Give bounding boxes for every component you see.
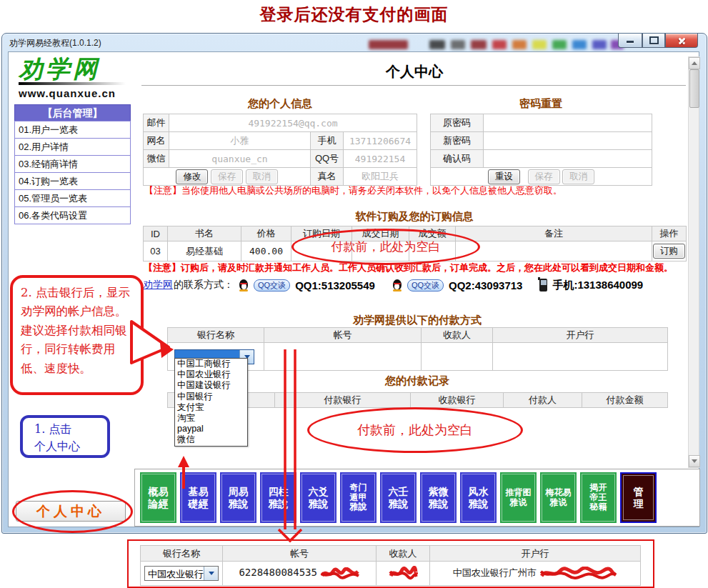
password-reset-table: 原密码 新密码 确认码 重设 保存 取消: [430, 114, 652, 186]
bank-detail-column-header: 开户行: [430, 546, 641, 562]
book-tile-label: 六爻: [309, 486, 329, 497]
book-tile-label: 推背图: [506, 488, 532, 498]
security-notice: 【注意】当你使用他人电脑或公共场所的电脑时，请务必关闭本软件，以免个人信息被他人…: [144, 184, 686, 197]
old-password-input[interactable]: [484, 114, 652, 132]
vertical-scrollbar[interactable]: [688, 56, 699, 468]
bank-detail-column-header: 收款人: [377, 546, 430, 562]
qq2-number: QQ2:43093713: [449, 279, 522, 291]
bank-dropdown-option[interactable]: 微信: [175, 434, 247, 445]
bank-dropdown-option[interactable]: 淘宝: [175, 413, 247, 424]
payment-methods-heading: 劝学网提供以下的付款方式: [167, 314, 667, 327]
redaction-scribble: [320, 567, 360, 580]
nickname-field[interactable]: 小雅: [169, 132, 311, 150]
maximize-button[interactable]: [642, 34, 665, 48]
mobile-field[interactable]: 13711206674: [344, 132, 417, 150]
bank-detail-select-arrow-button[interactable]: [204, 567, 218, 580]
contact-text: 的联系方式：: [174, 279, 234, 291]
realname-field[interactable]: 欧阳卫兵: [344, 168, 417, 186]
bank-detail-select-value: 中国农业银行: [145, 567, 204, 580]
sidebar-item[interactable]: 02.用户详情: [14, 138, 131, 156]
old-password-label: 原密码: [431, 114, 484, 132]
book-tile[interactable]: 六壬雅說: [380, 472, 417, 523]
sidebar: 【后台管理】 01.用户一览表02.用户详情03.经销商详情04.订购一览表05…: [14, 104, 131, 224]
confirm-password-input[interactable]: [484, 150, 652, 168]
book-tile-label: 六壬: [389, 486, 409, 497]
bank-dropdown-option[interactable]: paypal: [175, 424, 247, 434]
mobile-label: 手机: [311, 132, 344, 150]
cancel-button[interactable]: 取消: [246, 169, 278, 184]
qq-chat-badge[interactable]: QQ交谈: [254, 279, 290, 291]
save-button[interactable]: 保存: [211, 169, 243, 184]
scroll-up-button[interactable]: [689, 57, 700, 69]
book-tile[interactable]: 基易礎經: [180, 472, 216, 523]
password-cancel-button[interactable]: 取消: [562, 169, 594, 184]
sidebar-item[interactable]: 03.经销商详情: [14, 155, 131, 173]
payment-records-column-header: 收款银行: [411, 393, 504, 408]
book-tile[interactable]: 紫微雅說: [420, 472, 457, 523]
email-field[interactable]: 491922154@qq.com: [169, 114, 417, 132]
bank-detail-table: 银行名称帐号收款人开户行 中国农业银行 6228480084535 中国农业银行…: [140, 545, 641, 586]
window-titlebar[interactable]: 劝学网易经教程(1.0.1.2): [2, 34, 707, 51]
book-tile[interactable]: 推背图雅说: [500, 472, 537, 523]
minimize-icon: [627, 41, 634, 43]
payment-records-column-header: 付款银行: [275, 393, 411, 408]
bank-dropdown-option[interactable]: 中国银行: [175, 392, 247, 402]
book-tile-label: 梅花易: [546, 488, 572, 498]
new-password-input[interactable]: [484, 132, 652, 150]
callout-step2: 2. 点击银行后，显示劝学网的帐户信息。建议选择付款相同银行，同行转帐费用低、速…: [10, 275, 144, 395]
branch-cell: [493, 343, 668, 371]
password-save-button[interactable]: 保存: [528, 169, 560, 184]
book-tile[interactable]: 梅花易雅说: [540, 472, 577, 523]
book-tile-label: 帝王: [590, 493, 607, 503]
modify-button[interactable]: 修改: [176, 169, 208, 184]
qq-chat-badge[interactable]: QQ交谈: [407, 279, 444, 291]
book-tile-label: 紫微: [429, 486, 449, 497]
sidebar-item[interactable]: 01.用户一览表: [14, 121, 131, 139]
window-title: 劝学网易经教程(1.0.1.2): [9, 37, 101, 49]
orders-column-header: ID: [144, 226, 168, 241]
book-tile[interactable]: 风水雅說: [460, 472, 497, 523]
qq-field[interactable]: 491922154: [344, 150, 417, 168]
bank-detail-select[interactable]: 中国农业银行: [144, 566, 219, 581]
callout-step1: 1. 点击 个人中心: [20, 415, 110, 458]
book-tile-label: 雅說: [229, 498, 249, 509]
wechat-field[interactable]: quanxue_cn: [169, 150, 311, 168]
qq1-number: QQ1:513205549: [295, 279, 375, 291]
book-tile[interactable]: 奇门遁甲雅說: [340, 472, 377, 523]
redaction-scribble: [539, 567, 617, 581]
order-button[interactable]: 订购: [653, 244, 685, 259]
scroll-down-button[interactable]: [689, 455, 700, 467]
sidebar-item[interactable]: 06.各类代码设置: [14, 206, 131, 224]
close-button[interactable]: [665, 34, 698, 48]
sidebar-item[interactable]: 05.管理员一览表: [14, 189, 131, 207]
personal-info-table: 邮件 491922154@qq.com 网名 小雅 手机 13711206674…: [143, 114, 417, 186]
personal-info-heading: 您的个人信息: [143, 97, 417, 111]
site-link[interactable]: 劝学网: [143, 279, 173, 291]
bank-dropdown-option[interactable]: 中国农业银行: [175, 369, 247, 380]
bank-payee-cell: [377, 562, 430, 586]
titlebar-glass-blob: [532, 40, 547, 49]
bank-detail-header-row: 银行名称帐号收款人开户行: [141, 546, 641, 562]
bank-dropdown-list: 中国工商银行中国农业银行中国建设银行中国银行支付宝淘宝paypal微信: [174, 358, 248, 447]
reset-button[interactable]: 重设: [488, 169, 520, 184]
bank-dropdown-option[interactable]: 中国建设银行: [175, 380, 247, 391]
book-tile[interactable]: 周易雅說: [220, 472, 256, 523]
payment-methods-column-header: 银行名称: [168, 328, 264, 343]
book-tile[interactable]: 概易論經: [140, 472, 176, 523]
account-cell: [264, 343, 422, 371]
titlebar-glass-blob: [512, 40, 527, 49]
book-tile[interactable]: 管理: [620, 472, 657, 523]
bank-detail-column-header: 银行名称: [141, 546, 223, 562]
book-tile[interactable]: 六爻雅說: [300, 472, 336, 523]
payment-methods-column-header: 帐号: [264, 328, 422, 343]
minimize-button[interactable]: [618, 34, 642, 48]
book-tile-label: 雅說: [350, 502, 367, 512]
book-tile[interactable]: 四柱雅說: [260, 472, 296, 523]
sidebar-item[interactable]: 04.订购一览表: [14, 172, 131, 190]
bank-dropdown-option[interactable]: 中国工商银行: [175, 359, 247, 369]
orders-heading: 软件订购及您的订购信息: [143, 210, 686, 224]
new-password-label: 新密码: [431, 132, 484, 150]
scrollbar-thumb[interactable]: [689, 69, 699, 108]
bank-dropdown-option[interactable]: 支付宝: [175, 402, 247, 413]
book-tile[interactable]: 揭开帝王秘籍: [580, 472, 617, 523]
